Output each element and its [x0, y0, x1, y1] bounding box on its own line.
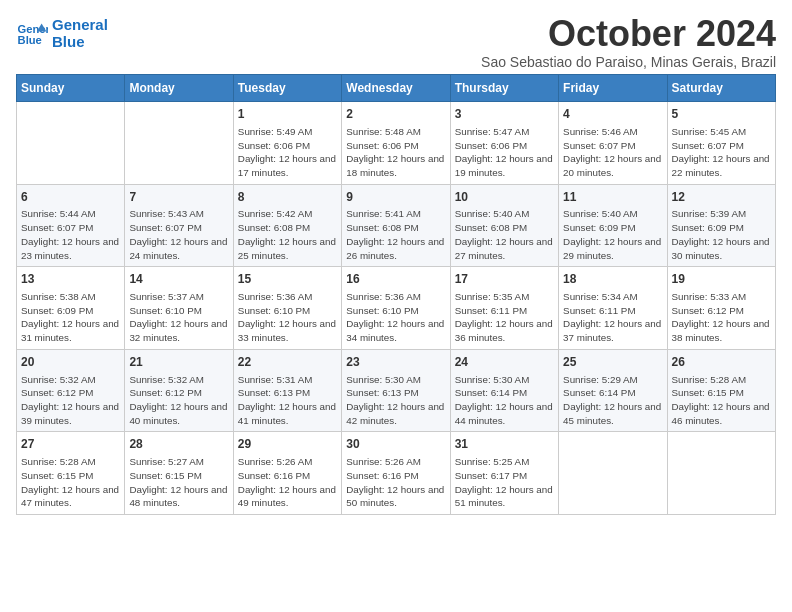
day-number: 8 — [238, 189, 337, 206]
day-info: Sunrise: 5:49 AM Sunset: 6:06 PM Dayligh… — [238, 125, 337, 180]
calendar-cell: 14Sunrise: 5:37 AM Sunset: 6:10 PM Dayli… — [125, 267, 233, 350]
day-number: 31 — [455, 436, 554, 453]
calendar-cell: 19Sunrise: 5:33 AM Sunset: 6:12 PM Dayli… — [667, 267, 775, 350]
day-number: 1 — [238, 106, 337, 123]
day-info: Sunrise: 5:26 AM Sunset: 6:16 PM Dayligh… — [238, 455, 337, 510]
day-number: 7 — [129, 189, 228, 206]
day-number: 10 — [455, 189, 554, 206]
day-info: Sunrise: 5:35 AM Sunset: 6:11 PM Dayligh… — [455, 290, 554, 345]
calendar-cell — [125, 102, 233, 185]
logo-general: General — [52, 16, 108, 33]
day-info: Sunrise: 5:38 AM Sunset: 6:09 PM Dayligh… — [21, 290, 120, 345]
location-subtitle: Sao Sebastiao do Paraiso, Minas Gerais, … — [481, 54, 776, 70]
day-number: 16 — [346, 271, 445, 288]
calendar-cell: 27Sunrise: 5:28 AM Sunset: 6:15 PM Dayli… — [17, 432, 125, 515]
calendar-cell: 16Sunrise: 5:36 AM Sunset: 6:10 PM Dayli… — [342, 267, 450, 350]
day-info: Sunrise: 5:29 AM Sunset: 6:14 PM Dayligh… — [563, 373, 662, 428]
day-info: Sunrise: 5:32 AM Sunset: 6:12 PM Dayligh… — [21, 373, 120, 428]
day-number: 28 — [129, 436, 228, 453]
page-header: General Blue General Blue October 2024 S… — [16, 16, 776, 70]
day-info: Sunrise: 5:26 AM Sunset: 6:16 PM Dayligh… — [346, 455, 445, 510]
calendar-cell: 24Sunrise: 5:30 AM Sunset: 6:14 PM Dayli… — [450, 349, 558, 432]
weekday-header-tuesday: Tuesday — [233, 75, 341, 102]
day-info: Sunrise: 5:31 AM Sunset: 6:13 PM Dayligh… — [238, 373, 337, 428]
calendar-cell: 26Sunrise: 5:28 AM Sunset: 6:15 PM Dayli… — [667, 349, 775, 432]
svg-text:Blue: Blue — [18, 34, 42, 46]
day-info: Sunrise: 5:25 AM Sunset: 6:17 PM Dayligh… — [455, 455, 554, 510]
calendar-week-1: 1Sunrise: 5:49 AM Sunset: 6:06 PM Daylig… — [17, 102, 776, 185]
weekday-header-sunday: Sunday — [17, 75, 125, 102]
day-info: Sunrise: 5:36 AM Sunset: 6:10 PM Dayligh… — [238, 290, 337, 345]
calendar-cell — [17, 102, 125, 185]
calendar-cell: 29Sunrise: 5:26 AM Sunset: 6:16 PM Dayli… — [233, 432, 341, 515]
title-block: October 2024 Sao Sebastiao do Paraiso, M… — [481, 16, 776, 70]
day-info: Sunrise: 5:44 AM Sunset: 6:07 PM Dayligh… — [21, 207, 120, 262]
day-number: 30 — [346, 436, 445, 453]
day-info: Sunrise: 5:37 AM Sunset: 6:10 PM Dayligh… — [129, 290, 228, 345]
day-info: Sunrise: 5:46 AM Sunset: 6:07 PM Dayligh… — [563, 125, 662, 180]
weekday-header-friday: Friday — [559, 75, 667, 102]
day-info: Sunrise: 5:28 AM Sunset: 6:15 PM Dayligh… — [672, 373, 771, 428]
calendar-cell: 11Sunrise: 5:40 AM Sunset: 6:09 PM Dayli… — [559, 184, 667, 267]
logo-icon: General Blue — [16, 17, 48, 49]
day-number: 17 — [455, 271, 554, 288]
day-number: 20 — [21, 354, 120, 371]
calendar-cell: 12Sunrise: 5:39 AM Sunset: 6:09 PM Dayli… — [667, 184, 775, 267]
day-number: 25 — [563, 354, 662, 371]
day-number: 19 — [672, 271, 771, 288]
calendar-cell: 30Sunrise: 5:26 AM Sunset: 6:16 PM Dayli… — [342, 432, 450, 515]
day-info: Sunrise: 5:28 AM Sunset: 6:15 PM Dayligh… — [21, 455, 120, 510]
day-number: 15 — [238, 271, 337, 288]
calendar-cell: 20Sunrise: 5:32 AM Sunset: 6:12 PM Dayli… — [17, 349, 125, 432]
calendar-cell — [559, 432, 667, 515]
day-info: Sunrise: 5:34 AM Sunset: 6:11 PM Dayligh… — [563, 290, 662, 345]
calendar-cell: 9Sunrise: 5:41 AM Sunset: 6:08 PM Daylig… — [342, 184, 450, 267]
day-number: 6 — [21, 189, 120, 206]
day-number: 27 — [21, 436, 120, 453]
day-info: Sunrise: 5:42 AM Sunset: 6:08 PM Dayligh… — [238, 207, 337, 262]
calendar-cell: 6Sunrise: 5:44 AM Sunset: 6:07 PM Daylig… — [17, 184, 125, 267]
day-info: Sunrise: 5:45 AM Sunset: 6:07 PM Dayligh… — [672, 125, 771, 180]
day-number: 29 — [238, 436, 337, 453]
day-number: 13 — [21, 271, 120, 288]
calendar-week-3: 13Sunrise: 5:38 AM Sunset: 6:09 PM Dayli… — [17, 267, 776, 350]
weekday-header-saturday: Saturday — [667, 75, 775, 102]
calendar-cell: 17Sunrise: 5:35 AM Sunset: 6:11 PM Dayli… — [450, 267, 558, 350]
weekday-header-monday: Monday — [125, 75, 233, 102]
calendar-week-2: 6Sunrise: 5:44 AM Sunset: 6:07 PM Daylig… — [17, 184, 776, 267]
month-title: October 2024 — [481, 16, 776, 52]
calendar-cell: 23Sunrise: 5:30 AM Sunset: 6:13 PM Dayli… — [342, 349, 450, 432]
calendar-cell: 8Sunrise: 5:42 AM Sunset: 6:08 PM Daylig… — [233, 184, 341, 267]
calendar-cell: 1Sunrise: 5:49 AM Sunset: 6:06 PM Daylig… — [233, 102, 341, 185]
day-number: 22 — [238, 354, 337, 371]
day-info: Sunrise: 5:33 AM Sunset: 6:12 PM Dayligh… — [672, 290, 771, 345]
logo-blue: Blue — [52, 33, 108, 50]
calendar-cell: 15Sunrise: 5:36 AM Sunset: 6:10 PM Dayli… — [233, 267, 341, 350]
weekday-header-row: SundayMondayTuesdayWednesdayThursdayFrid… — [17, 75, 776, 102]
calendar-week-5: 27Sunrise: 5:28 AM Sunset: 6:15 PM Dayli… — [17, 432, 776, 515]
day-number: 2 — [346, 106, 445, 123]
calendar-table: SundayMondayTuesdayWednesdayThursdayFrid… — [16, 74, 776, 515]
calendar-cell: 18Sunrise: 5:34 AM Sunset: 6:11 PM Dayli… — [559, 267, 667, 350]
day-info: Sunrise: 5:47 AM Sunset: 6:06 PM Dayligh… — [455, 125, 554, 180]
calendar-cell: 2Sunrise: 5:48 AM Sunset: 6:06 PM Daylig… — [342, 102, 450, 185]
calendar-cell: 4Sunrise: 5:46 AM Sunset: 6:07 PM Daylig… — [559, 102, 667, 185]
logo: General Blue General Blue — [16, 16, 108, 50]
day-info: Sunrise: 5:27 AM Sunset: 6:15 PM Dayligh… — [129, 455, 228, 510]
day-number: 24 — [455, 354, 554, 371]
day-info: Sunrise: 5:39 AM Sunset: 6:09 PM Dayligh… — [672, 207, 771, 262]
calendar-cell: 22Sunrise: 5:31 AM Sunset: 6:13 PM Dayli… — [233, 349, 341, 432]
calendar-cell: 13Sunrise: 5:38 AM Sunset: 6:09 PM Dayli… — [17, 267, 125, 350]
day-number: 14 — [129, 271, 228, 288]
calendar-cell — [667, 432, 775, 515]
day-number: 26 — [672, 354, 771, 371]
day-number: 4 — [563, 106, 662, 123]
day-info: Sunrise: 5:30 AM Sunset: 6:14 PM Dayligh… — [455, 373, 554, 428]
day-number: 21 — [129, 354, 228, 371]
day-number: 5 — [672, 106, 771, 123]
calendar-cell: 7Sunrise: 5:43 AM Sunset: 6:07 PM Daylig… — [125, 184, 233, 267]
day-number: 11 — [563, 189, 662, 206]
day-info: Sunrise: 5:41 AM Sunset: 6:08 PM Dayligh… — [346, 207, 445, 262]
day-number: 12 — [672, 189, 771, 206]
calendar-cell: 31Sunrise: 5:25 AM Sunset: 6:17 PM Dayli… — [450, 432, 558, 515]
